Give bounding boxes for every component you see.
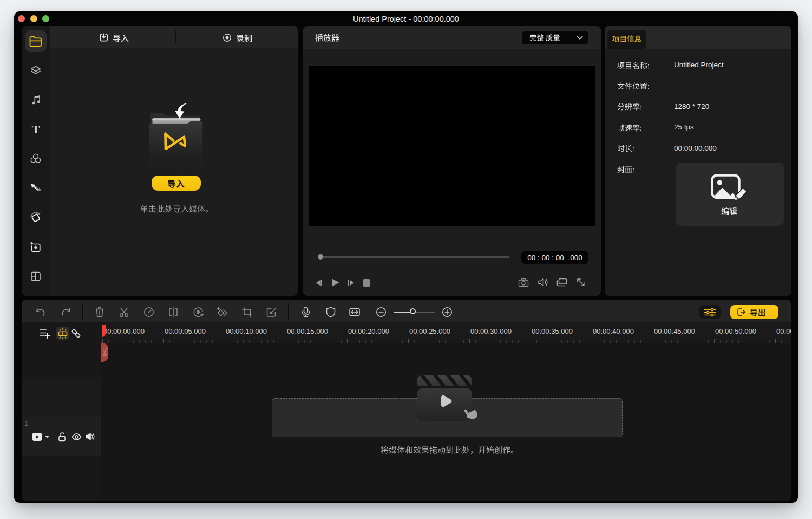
svg-text:T: T [32, 122, 40, 135]
